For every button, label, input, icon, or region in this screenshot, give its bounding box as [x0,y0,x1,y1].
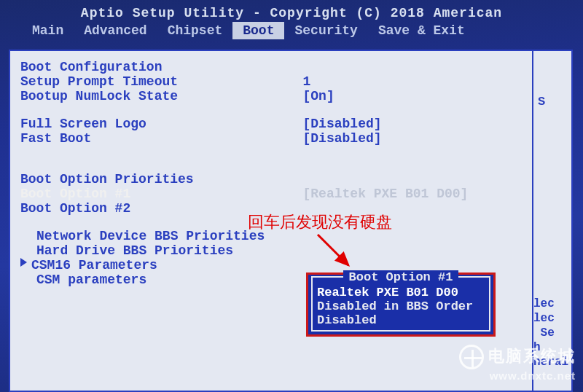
popup-item-2[interactable]: Disabled [317,313,485,327]
fast-boot-label: Fast Boot [20,131,303,146]
menu-main[interactable]: Main [22,22,74,39]
bios-screen: Aptio Setup Utility - Copyright (C) 2018… [0,0,583,392]
popup-title: Boot Option #1 [343,269,459,284]
watermark-logo-icon [459,345,484,369]
popup-inner: Boot Option #1 Realtek PXE B01 D00 Disab… [311,276,490,332]
boot-option-1-label: Boot Option #1 [20,187,303,201]
menu-bar: Main Advanced Chipset Boot Security Save… [0,22,583,39]
boot-option-1-value: [Realtek PXE B01 D00] [303,187,525,201]
annotation-text: 回车后发现没有硬盘 [248,211,392,233]
hint-lr: →←: Selec [533,297,568,310]
setup-prompt-timeout-value: 1 [303,74,525,89]
section-header-text: Boot Configuration [20,60,303,74]
help-text-fragment: S [538,95,567,109]
popup-item-1[interactable]: Disabled in BBS Order [317,299,485,313]
watermark: 电脑系统城 www.dnxtc.net [459,345,576,382]
setup-prompt-timeout-row[interactable]: Setup Prompt Timeout 1 [20,74,525,89]
hdd-bbs-row[interactable]: Hard Drive BBS Priorities [20,243,525,258]
hdd-bbs-label: Hard Drive BBS Priorities [36,243,525,258]
spacer [20,146,525,159]
full-screen-logo-label: Full Screen Logo [20,117,303,131]
section-header: Boot Configuration [20,60,525,74]
boot-option-popup[interactable]: Boot Option #1 Realtek PXE B01 D00 Disab… [306,273,496,337]
watermark-line2: www.dnxtc.net [459,369,576,382]
help-pane: S →←: Selec ↑↓: Selec Enter: Se +/-: Ch … [533,51,571,391]
boot-priorities-header-text: Boot Option Priorities [20,172,303,187]
numlock-value: [On] [303,89,525,103]
popup-item-0[interactable]: Realtek PXE B01 D00 [317,286,485,299]
submenu-triangle-icon [20,258,27,267]
menu-security[interactable]: Security [284,22,367,39]
fast-boot-row[interactable]: Fast Boot [Disabled] [20,131,525,146]
numlock-row[interactable]: Bootup NumLock State [On] [20,89,525,103]
spacer [20,159,525,172]
watermark-text1: 电脑系统城 [488,347,576,365]
menu-save-exit[interactable]: Save & Exit [368,22,475,39]
hint-enter: Enter: Se [533,326,568,340]
setup-prompt-timeout-label: Setup Prompt Timeout [20,74,303,89]
popup-title-wrap: Boot Option #1 [317,270,485,284]
boot-option-1-row[interactable]: Boot Option #1 [Realtek PXE B01 D00] [20,187,525,201]
utility-title: Aptio Setup Utility - Copyright (C) 2018… [0,0,583,22]
full-screen-logo-row[interactable]: Full Screen Logo [Disabled] [20,117,525,131]
full-screen-logo-value: [Disabled] [303,117,525,131]
hint-ud: ↑↓: Selec [533,312,568,325]
menu-chipset[interactable]: Chipset [157,22,233,39]
boot-priorities-header: Boot Option Priorities [20,172,525,187]
watermark-line1: 电脑系统城 [459,345,576,369]
menu-boot[interactable]: Boot [232,22,284,39]
fast-boot-value: [Disabled] [303,131,525,146]
spacer [20,103,525,117]
numlock-label: Bootup NumLock State [20,89,303,103]
menu-advanced[interactable]: Advanced [74,22,157,39]
